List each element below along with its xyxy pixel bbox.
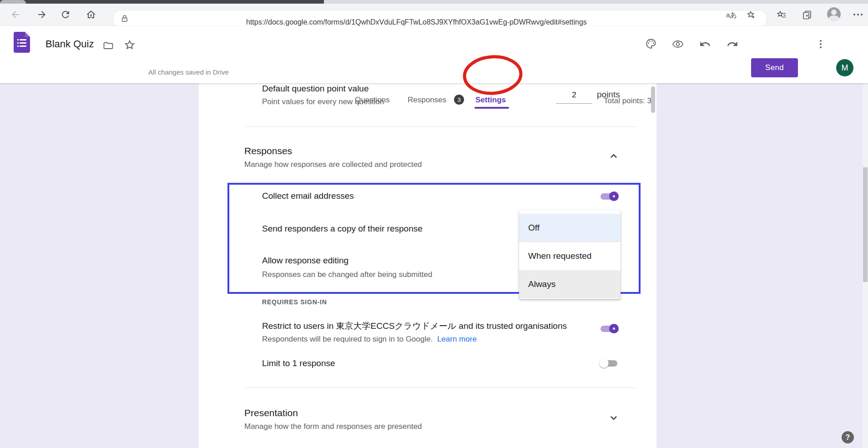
restrict-label: Restrict to users in 東京大学ECCSクラウドメール and… [262,320,567,332]
responses-count-badge: 3 [454,95,464,105]
requires-signin-label: REQUIRES SIGN-IN [262,298,327,306]
preview-eye-icon[interactable] [672,38,683,49]
browser-menu-icon[interactable] [853,9,863,20]
limit-response-label: Limit to 1 response [262,358,335,368]
add-favorite-icon[interactable] [746,10,757,21]
undo-icon[interactable] [699,38,710,49]
chevron-up-icon[interactable] [608,150,620,162]
presentation-section-subtitle: Manage how the form and responses are pr… [244,422,422,431]
allow-editing-label: Allow response editing [262,256,348,266]
forms-logo-icon[interactable] [14,32,30,53]
account-avatar[interactable]: M [836,59,853,76]
star-icon[interactable] [124,39,135,50]
collections-icon[interactable] [802,10,812,20]
section-divider [245,126,637,127]
home-icon[interactable] [86,9,96,20]
back-icon[interactable] [10,9,21,20]
presentation-section-title: Presentation [244,408,298,418]
restrict-toggle[interactable] [601,324,617,333]
dropdown-option-off[interactable]: Off [519,214,621,242]
tab-questions[interactable]: Questions [355,96,390,105]
window-top-strip-dark [0,0,324,4]
reload-icon[interactable] [60,9,71,20]
tab-responses[interactable]: Responses [408,96,446,105]
active-tab-underline [474,107,509,109]
tab-settings[interactable]: Settings [475,96,506,105]
help-icon[interactable]: ? [842,431,854,443]
document-title[interactable]: Blank Quiz [45,38,94,50]
forms-header: Blank Quiz All changes saved in Drive [0,26,868,83]
browser-tab[interactable] [0,0,26,4]
limit-response-toggle[interactable] [601,358,617,368]
default-points-title: Default question point value [262,84,369,94]
card-scrollbar-thumb[interactable] [651,86,655,113]
url-bar[interactable]: https://docs.google.com/forms/d/1QwhDxVd… [113,10,767,27]
responses-section-title: Responses [244,146,292,156]
restrict-subtitle: Respondents will be required to sign in … [262,335,477,344]
responses-section-subtitle: Manage how responses are collected and p… [244,160,422,169]
send-copy-label: Send responders a copy of their response [262,224,423,234]
dropdown-option-when-requested[interactable]: When requested [519,242,621,270]
folder-icon[interactable] [103,40,114,51]
send-copy-dropdown: Off When requested Always [519,210,621,299]
send-button[interactable]: Send [751,58,798,77]
browser-toolbar: https://docs.google.com/forms/d/1QwhDxVd… [0,4,868,26]
collect-email-label: Collect email addresses [262,191,354,201]
palette-icon[interactable] [645,38,656,49]
scrollbar-thumb[interactable] [863,167,868,282]
save-status: All changes saved in Drive [148,68,229,76]
dropdown-option-always[interactable]: Always [519,270,621,298]
favorites-icon[interactable] [776,10,787,20]
lock-icon[interactable] [121,14,129,23]
redo-icon[interactable] [727,38,737,49]
total-points: Total points: 3 [587,96,651,106]
restrict-subtitle-text: Respondents will be required to sign in … [262,335,433,343]
collect-email-toggle[interactable] [601,191,617,201]
learn-more-link[interactable]: Learn more [437,335,477,343]
allow-editing-subtitle: Responses can be changed after being sub… [262,270,432,279]
profile-icon[interactable] [827,7,841,21]
section-divider [245,388,637,388]
kebab-menu-icon[interactable] [815,38,826,50]
forward-icon[interactable] [36,9,47,20]
translate-icon[interactable]: aあ [726,11,737,20]
screen: https://docs.google.com/forms/d/1QwhDxVd… [0,0,868,448]
chevron-down-icon[interactable] [608,412,620,424]
